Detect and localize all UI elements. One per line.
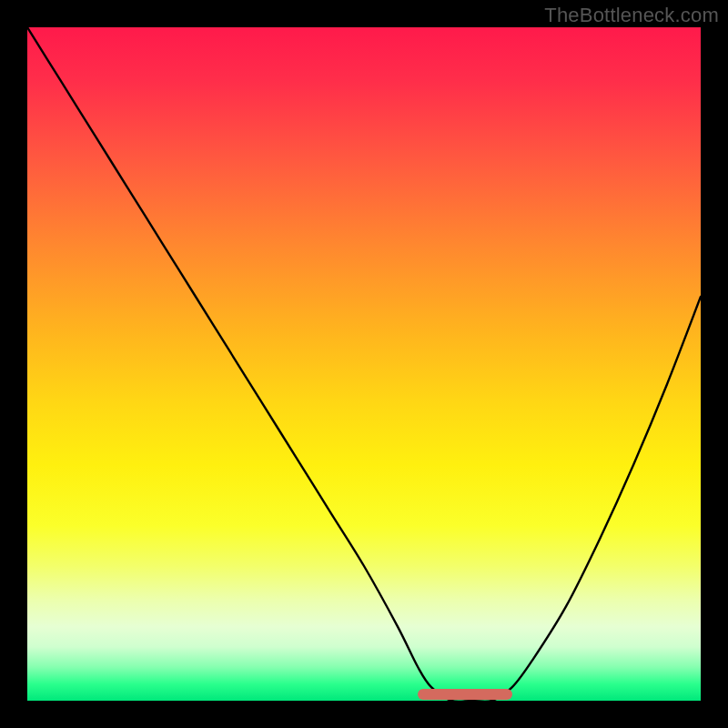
watermark-text: TheBottleneck.com xyxy=(544,4,719,27)
minimum-band-marker xyxy=(418,689,512,700)
chart-frame: TheBottleneck.com xyxy=(0,0,728,728)
bottleneck-curve xyxy=(27,27,701,701)
plot-area xyxy=(27,27,701,701)
